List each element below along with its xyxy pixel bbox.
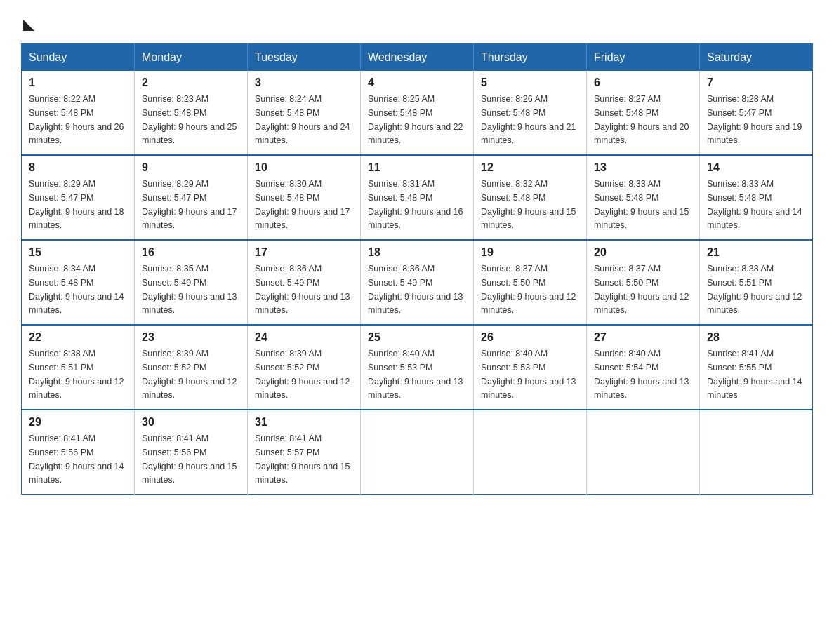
day-number: 15 xyxy=(29,246,127,259)
calendar-cell: 3 Sunrise: 8:24 AMSunset: 5:48 PMDayligh… xyxy=(248,71,361,155)
weekday-header-sunday: Sunday xyxy=(22,44,135,72)
day-number: 26 xyxy=(481,331,579,344)
day-number: 14 xyxy=(707,161,805,174)
day-info: Sunrise: 8:24 AMSunset: 5:48 PMDaylight:… xyxy=(255,94,350,145)
calendar-cell: 16 Sunrise: 8:35 AMSunset: 5:49 PMDaylig… xyxy=(135,240,248,325)
calendar-cell: 30 Sunrise: 8:41 AMSunset: 5:56 PMDaylig… xyxy=(135,410,248,495)
day-info: Sunrise: 8:35 AMSunset: 5:49 PMDaylight:… xyxy=(142,264,237,315)
calendar-table: SundayMondayTuesdayWednesdayThursdayFrid… xyxy=(21,43,813,495)
day-info: Sunrise: 8:39 AMSunset: 5:52 PMDaylight:… xyxy=(255,349,350,400)
day-info: Sunrise: 8:28 AMSunset: 5:47 PMDaylight:… xyxy=(707,94,802,145)
calendar-cell: 1 Sunrise: 8:22 AMSunset: 5:48 PMDayligh… xyxy=(22,71,135,155)
day-number: 29 xyxy=(29,416,127,429)
day-number: 17 xyxy=(255,246,353,259)
calendar-cell xyxy=(587,410,700,495)
weekday-header-wednesday: Wednesday xyxy=(361,44,474,72)
weekday-header-monday: Monday xyxy=(135,44,248,72)
day-info: Sunrise: 8:27 AMSunset: 5:48 PMDaylight:… xyxy=(594,94,689,145)
day-number: 1 xyxy=(29,76,127,89)
day-info: Sunrise: 8:41 AMSunset: 5:56 PMDaylight:… xyxy=(142,434,237,485)
calendar-cell: 20 Sunrise: 8:37 AMSunset: 5:50 PMDaylig… xyxy=(587,240,700,325)
weekday-header-thursday: Thursday xyxy=(474,44,587,72)
day-info: Sunrise: 8:39 AMSunset: 5:52 PMDaylight:… xyxy=(142,349,237,400)
calendar-cell: 2 Sunrise: 8:23 AMSunset: 5:48 PMDayligh… xyxy=(135,71,248,155)
calendar-week-row: 15 Sunrise: 8:34 AMSunset: 5:48 PMDaylig… xyxy=(22,240,813,325)
day-info: Sunrise: 8:32 AMSunset: 5:48 PMDaylight:… xyxy=(481,179,576,230)
calendar-cell: 13 Sunrise: 8:33 AMSunset: 5:48 PMDaylig… xyxy=(587,155,700,240)
day-number: 24 xyxy=(255,331,353,344)
weekday-header-saturday: Saturday xyxy=(700,44,813,72)
day-info: Sunrise: 8:33 AMSunset: 5:48 PMDaylight:… xyxy=(594,179,689,230)
day-info: Sunrise: 8:41 AMSunset: 5:57 PMDaylight:… xyxy=(255,434,350,485)
day-number: 28 xyxy=(707,331,805,344)
day-number: 20 xyxy=(594,246,692,259)
calendar-cell: 11 Sunrise: 8:31 AMSunset: 5:48 PMDaylig… xyxy=(361,155,474,240)
calendar-cell: 10 Sunrise: 8:30 AMSunset: 5:48 PMDaylig… xyxy=(248,155,361,240)
calendar-cell: 22 Sunrise: 8:38 AMSunset: 5:51 PMDaylig… xyxy=(22,325,135,410)
day-number: 21 xyxy=(707,246,805,259)
day-info: Sunrise: 8:22 AMSunset: 5:48 PMDaylight:… xyxy=(29,94,124,145)
calendar-cell: 19 Sunrise: 8:37 AMSunset: 5:50 PMDaylig… xyxy=(474,240,587,325)
day-number: 6 xyxy=(594,76,692,89)
calendar-cell: 25 Sunrise: 8:40 AMSunset: 5:53 PMDaylig… xyxy=(361,325,474,410)
day-number: 22 xyxy=(29,331,127,344)
calendar-cell: 27 Sunrise: 8:40 AMSunset: 5:54 PMDaylig… xyxy=(587,325,700,410)
day-number: 27 xyxy=(594,331,692,344)
calendar-cell: 29 Sunrise: 8:41 AMSunset: 5:56 PMDaylig… xyxy=(22,410,135,495)
calendar-cell: 17 Sunrise: 8:36 AMSunset: 5:49 PMDaylig… xyxy=(248,240,361,325)
calendar-cell: 5 Sunrise: 8:26 AMSunset: 5:48 PMDayligh… xyxy=(474,71,587,155)
calendar-cell: 26 Sunrise: 8:40 AMSunset: 5:53 PMDaylig… xyxy=(474,325,587,410)
day-info: Sunrise: 8:40 AMSunset: 5:53 PMDaylight:… xyxy=(481,349,576,400)
day-info: Sunrise: 8:37 AMSunset: 5:50 PMDaylight:… xyxy=(481,264,576,315)
day-info: Sunrise: 8:30 AMSunset: 5:48 PMDaylight:… xyxy=(255,179,350,230)
day-number: 13 xyxy=(594,161,692,174)
calendar-cell: 12 Sunrise: 8:32 AMSunset: 5:48 PMDaylig… xyxy=(474,155,587,240)
calendar-cell: 24 Sunrise: 8:39 AMSunset: 5:52 PMDaylig… xyxy=(248,325,361,410)
day-number: 10 xyxy=(255,161,353,174)
calendar-cell xyxy=(700,410,813,495)
day-info: Sunrise: 8:29 AMSunset: 5:47 PMDaylight:… xyxy=(142,179,237,230)
calendar-cell xyxy=(361,410,474,495)
calendar-cell: 28 Sunrise: 8:41 AMSunset: 5:55 PMDaylig… xyxy=(700,325,813,410)
calendar-cell: 6 Sunrise: 8:27 AMSunset: 5:48 PMDayligh… xyxy=(587,71,700,155)
day-number: 2 xyxy=(142,76,240,89)
day-info: Sunrise: 8:36 AMSunset: 5:49 PMDaylight:… xyxy=(368,264,463,315)
day-info: Sunrise: 8:41 AMSunset: 5:56 PMDaylight:… xyxy=(29,434,124,485)
calendar-week-row: 29 Sunrise: 8:41 AMSunset: 5:56 PMDaylig… xyxy=(22,410,813,495)
logo-arrow-icon xyxy=(23,20,34,31)
day-number: 7 xyxy=(707,76,805,89)
day-info: Sunrise: 8:38 AMSunset: 5:51 PMDaylight:… xyxy=(29,349,124,400)
day-number: 9 xyxy=(142,161,240,174)
day-info: Sunrise: 8:37 AMSunset: 5:50 PMDaylight:… xyxy=(594,264,689,315)
day-info: Sunrise: 8:36 AMSunset: 5:49 PMDaylight:… xyxy=(255,264,350,315)
weekday-header-tuesday: Tuesday xyxy=(248,44,361,72)
day-info: Sunrise: 8:23 AMSunset: 5:48 PMDaylight:… xyxy=(142,94,237,145)
day-number: 16 xyxy=(142,246,240,259)
logo xyxy=(21,18,34,31)
day-number: 23 xyxy=(142,331,240,344)
calendar-week-row: 22 Sunrise: 8:38 AMSunset: 5:51 PMDaylig… xyxy=(22,325,813,410)
day-info: Sunrise: 8:26 AMSunset: 5:48 PMDaylight:… xyxy=(481,94,576,145)
day-number: 11 xyxy=(368,161,466,174)
calendar-cell: 23 Sunrise: 8:39 AMSunset: 5:52 PMDaylig… xyxy=(135,325,248,410)
calendar-cell: 15 Sunrise: 8:34 AMSunset: 5:48 PMDaylig… xyxy=(22,240,135,325)
day-info: Sunrise: 8:34 AMSunset: 5:48 PMDaylight:… xyxy=(29,264,124,315)
day-number: 3 xyxy=(255,76,353,89)
calendar-week-row: 8 Sunrise: 8:29 AMSunset: 5:47 PMDayligh… xyxy=(22,155,813,240)
day-info: Sunrise: 8:25 AMSunset: 5:48 PMDaylight:… xyxy=(368,94,463,145)
day-number: 18 xyxy=(368,246,466,259)
calendar-cell: 18 Sunrise: 8:36 AMSunset: 5:49 PMDaylig… xyxy=(361,240,474,325)
day-number: 8 xyxy=(29,161,127,174)
calendar-cell: 7 Sunrise: 8:28 AMSunset: 5:47 PMDayligh… xyxy=(700,71,813,155)
day-info: Sunrise: 8:40 AMSunset: 5:54 PMDaylight:… xyxy=(594,349,689,400)
page-header xyxy=(21,14,813,31)
day-number: 5 xyxy=(481,76,579,89)
day-info: Sunrise: 8:41 AMSunset: 5:55 PMDaylight:… xyxy=(707,349,802,400)
calendar-cell xyxy=(474,410,587,495)
calendar-cell: 9 Sunrise: 8:29 AMSunset: 5:47 PMDayligh… xyxy=(135,155,248,240)
day-number: 30 xyxy=(142,416,240,429)
day-info: Sunrise: 8:31 AMSunset: 5:48 PMDaylight:… xyxy=(368,179,463,230)
calendar-header-row: SundayMondayTuesdayWednesdayThursdayFrid… xyxy=(22,44,813,72)
calendar-cell: 8 Sunrise: 8:29 AMSunset: 5:47 PMDayligh… xyxy=(22,155,135,240)
day-number: 4 xyxy=(368,76,466,89)
